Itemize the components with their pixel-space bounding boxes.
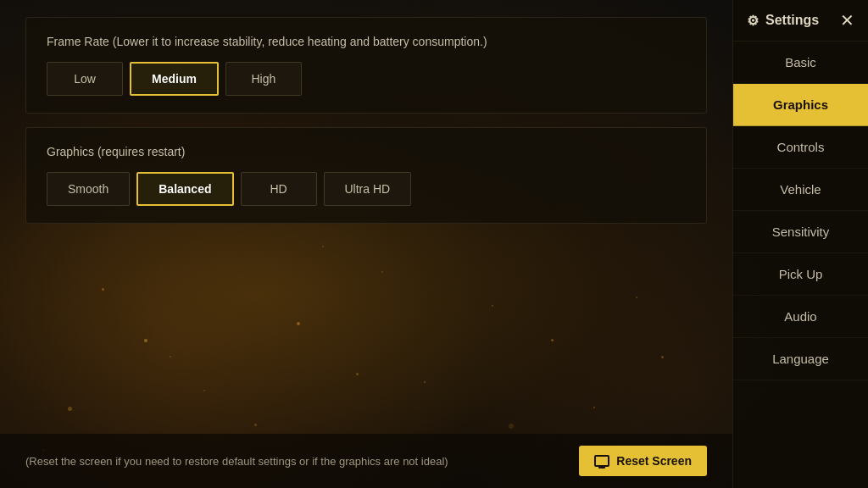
graphics-ultrahd-btn[interactable]: Ultra HD	[324, 172, 412, 206]
sidebar-item-vehicle[interactable]: Vehicle	[733, 169, 868, 211]
sidebar-item-basic[interactable]: Basic	[733, 42, 868, 84]
sidebar-item-graphics[interactable]: Graphics	[733, 84, 868, 126]
main-content: Frame Rate (Lower it to increase stabili…	[0, 0, 732, 488]
graphics-smooth-btn[interactable]: Smooth	[47, 172, 130, 206]
monitor-icon	[594, 455, 609, 467]
close-icon[interactable]: ✕	[840, 12, 854, 29]
sidebar-header: ⚙ Settings ✕	[733, 0, 868, 42]
sidebar-item-controls[interactable]: Controls	[733, 126, 868, 169]
reset-screen-label: Reset Screen	[616, 454, 692, 468]
graphics-label: Graphics (requires restart)	[47, 145, 686, 158]
framerate-label: Frame Rate (Lower it to increase stabili…	[47, 35, 686, 48]
sidebar-title: ⚙ Settings	[747, 13, 819, 29]
bottom-text: (Reset the screen if you need to restore…	[25, 455, 579, 468]
framerate-section: Frame Rate (Lower it to increase stabili…	[25, 17, 707, 114]
bottom-bar: (Reset the screen if you need to restore…	[0, 434, 732, 488]
sidebar-item-language[interactable]: Language	[733, 338, 868, 380]
sidebar: ⚙ Settings ✕ Basic Graphics Controls Veh…	[732, 0, 868, 488]
framerate-button-group: Low Medium High	[47, 62, 686, 96]
graphics-button-group: Smooth Balanced HD Ultra HD	[47, 172, 686, 206]
graphics-balanced-btn[interactable]: Balanced	[136, 172, 233, 206]
graphics-section: Graphics (requires restart) Smooth Balan…	[25, 127, 707, 224]
reset-screen-button[interactable]: Reset Screen	[579, 446, 707, 476]
sidebar-item-sensitivity[interactable]: Sensitivity	[733, 211, 868, 253]
framerate-high-btn[interactable]: High	[225, 62, 302, 96]
sidebar-item-pickup[interactable]: Pick Up	[733, 253, 868, 296]
graphics-hd-btn[interactable]: HD	[241, 172, 317, 206]
sidebar-nav: Basic Graphics Controls Vehicle Sensitiv…	[733, 42, 868, 488]
sidebar-item-audio[interactable]: Audio	[733, 296, 868, 338]
framerate-medium-btn[interactable]: Medium	[130, 62, 219, 96]
gear-icon: ⚙	[747, 13, 759, 29]
framerate-low-btn[interactable]: Low	[47, 62, 123, 96]
